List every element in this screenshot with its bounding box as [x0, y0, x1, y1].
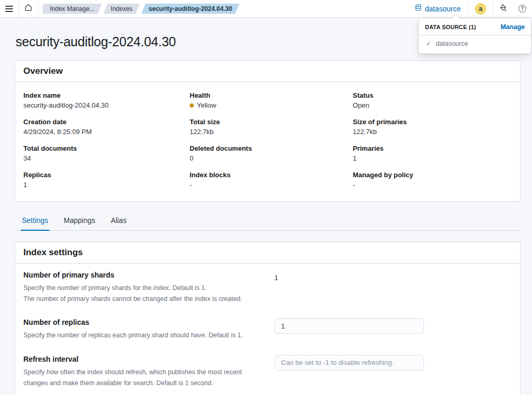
tab-alias[interactable]: Alias — [110, 213, 127, 230]
top-navigation-bar: Index Manage... Indexes security-auditlo… — [0, 0, 532, 18]
help-icon: ? — [518, 5, 526, 12]
menu-button[interactable] — [0, 0, 18, 18]
main-content: security-auditlog-2024.04.30 Overview In… — [0, 18, 532, 395]
form-row-refresh-interval: Refresh interval Specify how often the i… — [23, 355, 512, 388]
refresh-interval-description: Specify how often the index should refre… — [23, 367, 265, 388]
datasource-popup: DATA SOURCE (1) Manage ✓ datasource — [419, 19, 531, 54]
datasource-menu-label: datasource — [425, 5, 461, 13]
field-health: Health Yellow — [190, 91, 353, 109]
breadcrumb-current-index[interactable]: security-auditlog-2024.04.30 — [141, 4, 240, 14]
form-row-replicas: Number of replicas Specify the number of… — [23, 318, 512, 341]
breadcrumb-index-management[interactable]: Index Manage... — [43, 4, 102, 14]
breadcrumb-indexes[interactable]: Indexes — [103, 4, 140, 14]
datasource-popup-header: DATA SOURCE (1) Manage — [419, 19, 531, 35]
replicas-label: Number of replicas — [23, 318, 265, 326]
field-status: Status Open — [353, 91, 512, 109]
help-button[interactable]: ? — [513, 0, 532, 18]
database-icon — [415, 4, 422, 13]
field-total-documents: Total documents 34 — [23, 144, 190, 162]
form-row-primary-shards: Number of primary shards Specify the num… — [23, 271, 512, 304]
field-replicas: Replicas 1 — [23, 171, 190, 189]
replicas-description: Specify the number of replicas each prim… — [23, 330, 265, 341]
field-deleted-documents: Deleted documents 0 — [190, 144, 353, 162]
home-icon — [24, 3, 33, 14]
detail-tabs: Settings Mappings Alias — [15, 213, 521, 231]
overview-grid: Index name security-auditlog-2024.04.30 … — [15, 82, 520, 201]
primary-shards-value: 1 — [274, 271, 424, 282]
replicas-input[interactable] — [274, 318, 424, 334]
manage-datasource-link[interactable]: Manage — [500, 23, 525, 31]
field-primaries: Primaries 1 — [353, 144, 512, 162]
datasource-option[interactable]: ✓ datasource — [419, 35, 531, 54]
tab-mappings[interactable]: Mappings — [63, 213, 97, 230]
index-settings-panel-title: Index settings — [15, 242, 520, 264]
overview-panel-title: Overview — [15, 61, 520, 82]
appearance-button[interactable] — [493, 0, 513, 18]
field-managed-by-policy: Managed by policy - — [353, 171, 512, 189]
check-icon: ✓ — [426, 40, 431, 47]
field-total-size: Total size 122.7kb — [190, 118, 353, 136]
datasource-option-label: datasource — [436, 40, 468, 47]
field-index-blocks: Index blocks - — [190, 171, 353, 189]
field-size-of-primaries: Size of primaries 122.7kb — [353, 118, 512, 136]
field-creation-date: Creation date 4/29/2024, 8:25:09 PM — [23, 118, 190, 136]
home-button[interactable] — [19, 0, 38, 18]
index-settings-panel: Index settings Number of primary shards … — [15, 242, 521, 395]
index-settings-form: Number of primary shards Specify the num… — [15, 264, 520, 388]
refresh-interval-input[interactable] — [274, 355, 424, 371]
health-yellow-icon — [190, 103, 194, 108]
account-button[interactable]: a — [469, 0, 493, 18]
breadcrumb: Index Manage... Indexes security-auditlo… — [43, 4, 241, 14]
primary-shards-label: Number of primary shards — [23, 271, 265, 279]
tab-settings[interactable]: Settings — [21, 213, 49, 231]
overview-panel: Overview Index name security-auditlog-20… — [15, 60, 521, 202]
field-index-name: Index name security-auditlog-2024.04.30 — [23, 91, 190, 109]
paint-bucket-icon — [499, 4, 507, 14]
hamburger-icon — [5, 6, 13, 12]
primary-shards-description: Specify the number of primary shards for… — [23, 283, 265, 304]
datasource-popup-title: DATA SOURCE (1) — [425, 24, 476, 30]
divider — [38, 0, 38, 18]
avatar: a — [475, 3, 486, 15]
datasource-menu-button[interactable]: datasource — [407, 0, 468, 18]
refresh-interval-label: Refresh interval — [23, 355, 265, 363]
topbar-right-group: datasource a ? — [407, 0, 532, 18]
